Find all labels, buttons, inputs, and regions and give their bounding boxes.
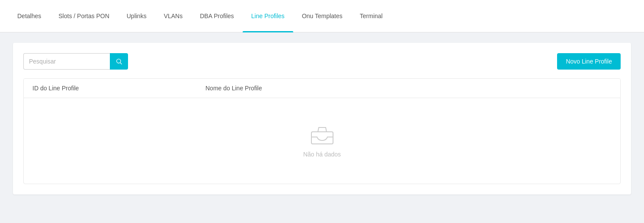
page-wrapper: DetalhesSlots / Portas PONUplinksVLANsDB…: [0, 0, 644, 223]
nav-tab-vlans[interactable]: VLANs: [155, 0, 192, 32]
search-button[interactable]: [110, 53, 128, 70]
toolbar: Novo Line Profile: [23, 53, 621, 70]
nav-tab-detalhes[interactable]: Detalhes: [9, 0, 50, 32]
empty-state: Não há dados: [24, 98, 620, 184]
nav-tab-onu-templates[interactable]: Onu Templates: [293, 0, 351, 32]
nav-tabs: DetalhesSlots / Portas PONUplinksVLANsDB…: [0, 0, 644, 32]
col-header-id-col: ID do Line Profile: [24, 79, 197, 98]
new-line-profile-button[interactable]: Novo Line Profile: [557, 53, 621, 70]
search-icon: [115, 58, 122, 65]
search-group: [23, 53, 128, 70]
main-content: Novo Line Profile ID do Line ProfileNome…: [0, 32, 644, 205]
nav-tab-slots[interactable]: Slots / Portas PON: [50, 0, 118, 32]
nav-tab-uplinks[interactable]: Uplinks: [118, 0, 155, 32]
nav-tab-line-profiles[interactable]: Line Profiles: [243, 0, 293, 32]
empty-icon: [309, 124, 335, 146]
svg-line-1: [120, 63, 122, 64]
nav-tab-dba-profiles[interactable]: DBA Profiles: [191, 0, 243, 32]
svg-point-0: [117, 59, 121, 63]
data-table: ID do Line ProfileNome do Line Profile N…: [23, 78, 621, 184]
svg-rect-2: [311, 132, 333, 144]
content-card: Novo Line Profile ID do Line ProfileNome…: [13, 43, 631, 194]
table-header: ID do Line ProfileNome do Line Profile: [24, 79, 620, 98]
col-header-name-col: Nome do Line Profile: [197, 79, 620, 98]
empty-state-text: Não há dados: [303, 151, 341, 158]
nav-tab-terminal[interactable]: Terminal: [351, 0, 391, 32]
search-input[interactable]: [23, 53, 110, 70]
